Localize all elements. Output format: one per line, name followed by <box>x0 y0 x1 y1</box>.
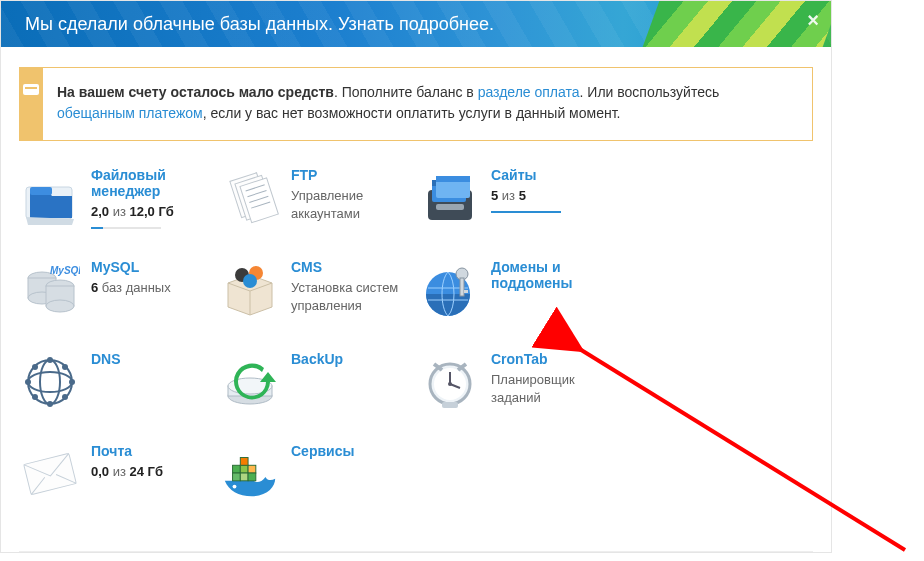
tile-title[interactable]: Сайты <box>491 167 537 183</box>
tile-services[interactable]: Сервисы <box>219 435 419 527</box>
close-icon[interactable]: × <box>807 9 819 32</box>
notice-text2: . Или воспользуйтесь <box>580 84 720 100</box>
svg-point-37 <box>62 364 68 370</box>
svg-point-33 <box>47 401 53 407</box>
tile-sub: Планировщик заданий <box>491 371 619 406</box>
svg-point-34 <box>25 379 31 385</box>
svg-rect-27 <box>460 278 464 296</box>
card-folder-icon <box>419 167 481 229</box>
usage-bar <box>91 227 161 229</box>
tile-mail[interactable]: Почта 0,0 из 24 Гб <box>19 435 219 527</box>
svg-rect-14 <box>436 204 464 210</box>
tile-sites[interactable]: Сайты 5 из 5 <box>419 159 619 251</box>
database-icon: MySQL <box>19 259 81 321</box>
tile-ftp[interactable]: FTP Управление аккаунтами <box>219 159 419 251</box>
folder-icon <box>19 167 81 229</box>
tile-title[interactable]: DNS <box>91 351 121 367</box>
notice-bold: На вашем счету осталось мало средств <box>57 84 334 100</box>
network-sphere-icon <box>19 351 81 413</box>
svg-rect-57 <box>248 473 256 481</box>
banner-decoration <box>643 1 831 47</box>
svg-rect-48 <box>442 402 458 408</box>
tile-dns[interactable]: DNS <box>19 343 219 435</box>
svg-rect-13 <box>436 176 470 182</box>
tile-backup[interactable]: BackUp <box>219 343 419 435</box>
envelope-icon <box>19 443 81 505</box>
svg-rect-53 <box>248 465 256 473</box>
tile-title[interactable]: Сервисы <box>291 443 354 459</box>
svg-point-30 <box>28 372 72 392</box>
promised-payment-link[interactable]: обещанным платежом <box>57 105 203 121</box>
svg-rect-55 <box>233 473 241 481</box>
svg-point-36 <box>32 364 38 370</box>
tile-title[interactable]: CronTab <box>491 351 548 367</box>
svg-point-24 <box>243 274 257 288</box>
tile-title[interactable]: MySQL <box>91 259 139 275</box>
tile-title[interactable]: Почта <box>91 443 132 459</box>
hosting-dashboard: Мы сделали облачные базы данных. Узнать … <box>0 0 832 553</box>
tile-file-manager[interactable]: Файловый менеджер 2,0 из 12,0 Гб <box>19 159 219 251</box>
credit-card-icon <box>23 84 39 95</box>
svg-text:MySQL: MySQL <box>50 265 80 276</box>
tile-title[interactable]: FTP <box>291 167 317 183</box>
svg-point-39 <box>62 394 68 400</box>
tile-title[interactable]: CMS <box>291 259 322 275</box>
tile-title[interactable]: Домены и поддомены <box>491 259 619 291</box>
tile-metric: 2,0 из 12,0 Гб <box>91 203 219 221</box>
disk-restore-icon <box>219 351 281 413</box>
notice-text3: , если у вас нет возможности оплатить ус… <box>203 105 621 121</box>
low-balance-notice: На вашем счету осталось мало средств. По… <box>19 67 813 141</box>
svg-point-35 <box>69 379 75 385</box>
tile-crontab[interactable]: CronTab Планировщик заданий <box>419 343 619 435</box>
tile-title[interactable]: BackUp <box>291 351 343 367</box>
usage-bar <box>491 211 561 213</box>
tile-metric: 5 из 5 <box>491 187 619 205</box>
svg-rect-52 <box>240 465 248 473</box>
tile-metric: 6 баз данных <box>91 279 219 297</box>
notice-text1: . Пополните баланс в <box>334 84 478 100</box>
box-icon <box>219 259 281 321</box>
alarm-clock-icon <box>419 351 481 413</box>
divider <box>19 551 813 552</box>
payment-link[interactable]: разделе оплата <box>478 84 580 100</box>
tile-sub: Установка систем управления <box>291 279 419 314</box>
tile-metric: 0,0 из 24 Гб <box>91 463 219 481</box>
svg-point-50 <box>233 485 237 489</box>
svg-point-20 <box>46 300 74 312</box>
svg-rect-56 <box>240 473 248 481</box>
svg-point-32 <box>47 357 53 363</box>
globe-keys-icon <box>419 259 481 321</box>
tile-title[interactable]: Файловый менеджер <box>91 167 219 199</box>
promo-banner[interactable]: Мы сделали облачные базы данных. Узнать … <box>1 1 831 47</box>
svg-point-38 <box>32 394 38 400</box>
banner-text: Мы сделали облачные базы данных. Узнать … <box>25 14 494 35</box>
tile-cms[interactable]: CMS Установка систем управления <box>219 251 419 343</box>
documents-icon <box>219 167 281 229</box>
svg-rect-51 <box>233 465 241 473</box>
svg-rect-49 <box>24 453 77 494</box>
svg-point-31 <box>40 360 60 404</box>
tile-sub: Управление аккаунтами <box>291 187 419 222</box>
svg-rect-28 <box>464 290 468 293</box>
tiles-grid: Файловый менеджер 2,0 из 12,0 Гб <box>1 141 831 551</box>
whale-containers-icon <box>219 443 281 505</box>
tile-mysql[interactable]: MySQL MySQL 6 баз данных <box>19 251 219 343</box>
svg-rect-54 <box>240 458 248 466</box>
svg-point-47 <box>448 382 452 386</box>
tile-domains[interactable]: Домены и поддомены <box>419 251 619 343</box>
svg-rect-1 <box>30 187 52 195</box>
